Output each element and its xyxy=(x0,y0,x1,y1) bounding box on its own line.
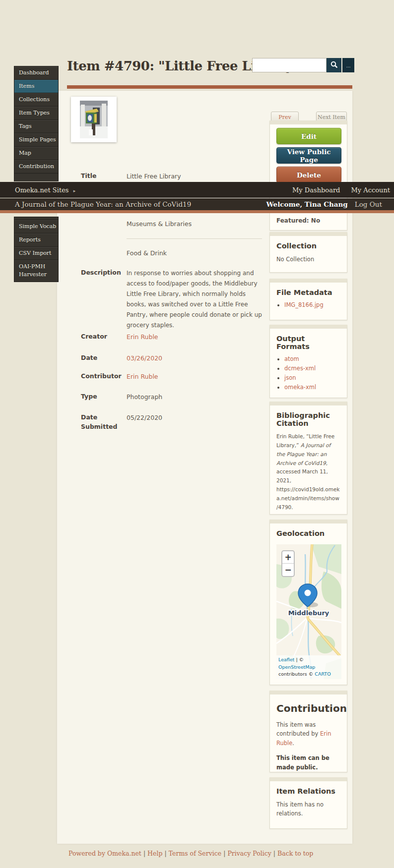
field-row-creator: Creator Erin Ruble xyxy=(67,332,265,342)
sidebar-item-oai-pmh-harvester[interactable]: OAI-PMH Harvester xyxy=(14,260,59,282)
citation-text: Erin Ruble, “Little Free Library,” A Jou… xyxy=(276,432,340,512)
date-link[interactable]: 03/26/2020 xyxy=(127,354,162,362)
field-row-date: Date 03/26/2020 xyxy=(67,353,265,363)
format-link-atom[interactable]: atom xyxy=(284,355,299,362)
search-button[interactable] xyxy=(327,58,341,72)
collection-value: No Collection xyxy=(276,255,340,264)
field-label: Contributor xyxy=(67,372,127,382)
omeka-admin-page: Item #4790: "Little Free Library" ... Da… xyxy=(0,0,394,868)
field-value: 05/22/2020 xyxy=(127,414,162,421)
attribution-text: | © xyxy=(294,657,304,662)
field-row-contributor: Contributor Erin Ruble xyxy=(67,372,265,382)
my-dashboard-link[interactable]: My Dashboard xyxy=(292,186,340,194)
welcome-user-text: Welcome, Tina Chang xyxy=(266,200,348,208)
sidebar-item-map[interactable]: Map xyxy=(14,146,59,160)
field-row-type: Type Photograph xyxy=(67,392,265,402)
sidebar-item-tags[interactable]: Tags xyxy=(14,119,59,133)
sidebar-item-reports[interactable]: Reports xyxy=(14,233,59,246)
contribution-text-post: . xyxy=(292,740,294,747)
leaflet-map[interactable]: Middlebury + − Leaflet | © OpenStreetMap… xyxy=(276,544,341,679)
field-row-title: Title Little Free Library xyxy=(67,172,265,181)
search-options-button[interactable]: ... xyxy=(342,58,354,72)
field-label: Date Submitted xyxy=(67,413,127,432)
footer-separator: | xyxy=(164,850,166,857)
contribution-box: Contribution This item was contributed b… xyxy=(269,691,347,772)
delete-button[interactable]: Delete xyxy=(276,167,341,183)
field-label: Type xyxy=(67,392,127,402)
citation-title: Bibliographic Citation xyxy=(276,411,340,427)
back-to-top-link[interactable]: Back to top xyxy=(277,850,313,857)
my-account-link[interactable]: My Account xyxy=(351,186,390,194)
geolocation-title: Geolocation xyxy=(276,529,340,537)
view-public-page-button[interactable]: View Public Page xyxy=(276,147,341,164)
openstreetmap-link[interactable]: OpenStreetMap xyxy=(278,664,315,670)
omeka-sites-label: Omeka.net Sites xyxy=(15,186,69,194)
sidebar-item-item-types[interactable]: Item Types xyxy=(14,106,59,119)
footer: Powered by Omeka.net|Help|Terms of Servi… xyxy=(68,850,313,857)
contribution-text: This item was contributed by Erin Ruble. xyxy=(276,720,340,748)
output-formats-title: Output Formats xyxy=(276,335,340,350)
sidebar-nav-lower: Simple Vocab Reports CSV Import OAI-PMH … xyxy=(14,217,59,282)
item-relations-box: Item Relations This item has no relation… xyxy=(269,777,347,829)
privacy-policy-link[interactable]: Privacy Policy xyxy=(227,850,271,857)
site-title-bar: A Journal of the Plague Year: an Archive… xyxy=(0,198,394,213)
footer-separator: | xyxy=(223,850,225,857)
field-row-subject: Museums & Libraries Food & Drink xyxy=(67,219,265,258)
sidebar-item-csv-import[interactable]: CSV Import xyxy=(14,246,59,260)
format-link-json[interactable]: json xyxy=(284,374,296,381)
attribution-text: contributors © xyxy=(278,671,315,677)
sidebar-item-simple-pages[interactable]: Simple Pages xyxy=(14,133,59,146)
edit-button[interactable]: Edit xyxy=(276,128,341,144)
sidebar-item-items[interactable]: Items xyxy=(14,79,59,93)
help-link[interactable]: Help xyxy=(147,850,162,857)
chevron-right-icon: ▸ xyxy=(73,188,76,193)
search-area: ... xyxy=(252,58,354,72)
geolocation-box: Geolocation xyxy=(269,520,347,685)
site-title-link[interactable]: A Journal of the Plague Year: an Archive… xyxy=(15,200,191,208)
terms-of-service-link[interactable]: Terms of Service xyxy=(169,850,222,857)
item-thumbnail[interactable] xyxy=(71,97,117,142)
header-accent-rule xyxy=(67,85,352,89)
value-divider xyxy=(127,238,262,239)
contribution-title: Contribution xyxy=(276,702,340,714)
item-actions-box: Edit View Public Page Delete Featured: N… xyxy=(269,120,347,231)
sidebar-item-collections[interactable]: Collections xyxy=(14,93,59,106)
format-link-dcmes-xml[interactable]: dcmes-xml xyxy=(284,365,316,372)
format-list-item: json xyxy=(284,374,340,381)
sidebar-nav: Dashboard Items Collections Item Types T… xyxy=(14,66,59,181)
collection-title: Collection xyxy=(276,242,340,250)
carto-link[interactable]: CARTO xyxy=(315,671,330,677)
file-metadata-box: File Metadata IMG_8166.jpg xyxy=(269,279,347,320)
search-input[interactable] xyxy=(252,58,327,72)
featured-status: Featured: No xyxy=(276,217,320,224)
field-label: Title xyxy=(67,172,127,181)
search-icon xyxy=(330,61,338,70)
file-metadata-title: File Metadata xyxy=(276,289,340,296)
contribution-note: This item can be made public. xyxy=(276,753,340,772)
little-free-library-photo xyxy=(80,101,108,138)
field-value: Photograph xyxy=(127,393,162,401)
zoom-in-button[interactable]: + xyxy=(282,551,294,564)
zoom-out-button[interactable]: − xyxy=(282,564,294,576)
leaflet-link[interactable]: Leaflet xyxy=(278,657,294,662)
format-link-omeka-xml[interactable]: omeka-xml xyxy=(284,384,316,391)
omeka-sites-menu[interactable]: Omeka.net Sites ▸ xyxy=(15,186,75,194)
sidebar-item-contribution[interactable]: Contribution xyxy=(14,160,59,173)
field-label: Date xyxy=(67,353,127,363)
sidebar-item-dashboard[interactable]: Dashboard xyxy=(14,66,59,79)
omeka-admin-bar: Omeka.net Sites ▸ My Dashboard My Accoun… xyxy=(0,182,394,198)
field-label: Creator xyxy=(67,332,127,342)
contributor-link[interactable]: Erin Ruble xyxy=(127,373,158,380)
format-list-item: omeka-xml xyxy=(284,384,340,391)
format-list-item: atom xyxy=(284,355,340,362)
creator-link[interactable]: Erin Ruble xyxy=(127,333,158,341)
format-list-item: dcmes-xml xyxy=(284,365,340,372)
log-out-link[interactable]: Log Out xyxy=(355,200,382,208)
map-marker-label: Middlebury xyxy=(288,609,329,617)
item-relations-text: This item has no relations. xyxy=(276,800,340,818)
item-relations-title: Item Relations xyxy=(276,787,340,795)
citation-post: , accessed March 11, 2021, https://covid… xyxy=(276,460,340,510)
file-link[interactable]: IMG_8166.jpg xyxy=(284,301,324,308)
sidebar-item-simple-vocab[interactable]: Simple Vocab xyxy=(14,220,59,233)
powered-by-omeka-link[interactable]: Powered by Omeka.net xyxy=(68,850,141,857)
